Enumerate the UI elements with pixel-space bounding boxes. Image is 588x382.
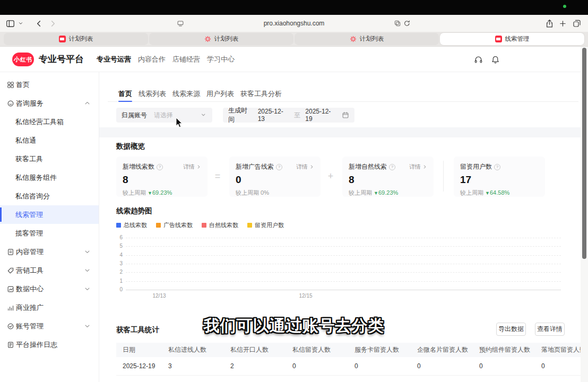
account-select-label: 归属账号 bbox=[122, 111, 147, 120]
sidebar-item[interactable]: 私信经营工具箱 bbox=[0, 112, 99, 131]
copy-page-icon[interactable] bbox=[394, 18, 401, 29]
sidebar-item-label: 首页 bbox=[16, 80, 30, 90]
overview-card: 新增广告线索详情0较上周期 0% bbox=[229, 157, 321, 197]
x-axis-tick: 12/13 bbox=[148, 293, 171, 299]
overview-title: 数据概览 bbox=[116, 142, 145, 151]
browser-tab[interactable]: 计划列表 bbox=[149, 33, 293, 45]
page-tab[interactable]: 首页 bbox=[118, 86, 132, 102]
detail-link[interactable]: 详情 bbox=[296, 163, 314, 171]
overview-card: 新增自然线索详情8较上周期 ▼69.23% bbox=[342, 157, 434, 197]
chart-gridline bbox=[126, 255, 561, 256]
browser-tab[interactable]: 线索管理 bbox=[440, 33, 584, 45]
sidebar-item-label: 营销工具 bbox=[16, 266, 44, 275]
tab-overview-icon[interactable] bbox=[573, 18, 581, 29]
sidebar-item-label: 私信通 bbox=[15, 136, 36, 145]
legend-item[interactable]: 广告线索数 bbox=[156, 221, 193, 229]
sidebar-item[interactable]: 数据中心 bbox=[0, 280, 99, 298]
overview-card-value: 8 bbox=[123, 174, 201, 186]
detail-link[interactable]: 详情 bbox=[183, 163, 201, 171]
new-tab-icon[interactable] bbox=[559, 18, 567, 29]
sidebar-item[interactable]: 获客工具 bbox=[0, 150, 99, 168]
legend-label: 留资用户数 bbox=[255, 221, 284, 229]
table-header-cell: 落地页留资人数 bbox=[535, 343, 581, 357]
question-circle-icon[interactable] bbox=[389, 164, 395, 170]
sidebar-item[interactable]: 线索管理 bbox=[0, 205, 99, 224]
trend-chart: 654321012/1312/15 bbox=[116, 231, 581, 301]
legend-item[interactable]: 总线索数 bbox=[116, 221, 147, 229]
sidebar-item-label: 私信经营工具箱 bbox=[15, 117, 64, 127]
compare-label: 较上周期 bbox=[123, 189, 148, 196]
filter-row: 归属账号 请选择 生成时间 2025-12-13 至 2025-12-19 bbox=[99, 108, 581, 123]
sidebar-item-label: 私信咨询分 bbox=[15, 192, 50, 201]
browser-tab[interactable]: 计划列表 bbox=[4, 33, 148, 45]
overview-card-header: 新增线索数详情 bbox=[123, 162, 201, 171]
page-tab[interactable]: 用户列表 bbox=[206, 86, 234, 102]
account-select[interactable]: 归属账号 请选择 bbox=[116, 108, 212, 123]
sidebar-item[interactable]: 咨询服务 bbox=[0, 94, 99, 112]
page-tab[interactable]: 获客工具分析 bbox=[240, 86, 282, 102]
sidebar-item[interactable]: 营销工具 bbox=[0, 261, 99, 280]
card-operator: + bbox=[325, 171, 336, 182]
overview-card: 留资用户数17较上周期 ▼64.58% bbox=[454, 157, 545, 197]
sidebar-item[interactable]: 首页 bbox=[0, 75, 99, 94]
overview-card-name: 新增自然线索 bbox=[349, 162, 387, 171]
legend-item[interactable]: 留资用户数 bbox=[247, 221, 284, 229]
table-row[interactable]: 2025-12-193200000 bbox=[116, 357, 581, 376]
page-tab[interactable]: 线索列表 bbox=[139, 86, 166, 102]
app-nav-item[interactable]: 学习中心 bbox=[205, 55, 236, 64]
legend-swatch bbox=[202, 223, 206, 228]
compare-value: 64.58% bbox=[490, 189, 509, 196]
y-axis-tick: 4 bbox=[116, 252, 123, 258]
page-tab[interactable]: 线索来源 bbox=[172, 86, 200, 102]
table-cell: 0 bbox=[411, 376, 473, 382]
chevron-down-icon bbox=[84, 249, 90, 255]
loading-spinner-icon bbox=[350, 36, 357, 42]
reload-icon[interactable] bbox=[403, 18, 411, 29]
sidebar-item-label: 揽客管理 bbox=[15, 229, 43, 238]
legend-item[interactable]: 自然线索数 bbox=[202, 221, 238, 229]
date-range-picker[interactable]: 生成时间 2025-12-13 至 2025-12-19 bbox=[223, 108, 354, 123]
bell-icon[interactable] bbox=[491, 55, 500, 64]
detail-link[interactable]: 详情 bbox=[409, 163, 427, 171]
section-divider bbox=[99, 127, 581, 137]
app-nav-item[interactable]: 内容合作 bbox=[136, 55, 167, 64]
y-axis-tick: 1 bbox=[116, 278, 123, 284]
overview-card: 新增线索数详情8较上周期 ▼69.23% bbox=[116, 157, 207, 197]
chart-gridline bbox=[126, 272, 561, 273]
sidebar-item[interactable]: 私信咨询分 bbox=[0, 187, 99, 205]
sidebar-item[interactable]: 私信通 bbox=[0, 131, 99, 150]
legend-label: 总线索数 bbox=[124, 221, 147, 229]
sidebar-item[interactable]: 内容管理 bbox=[0, 242, 99, 261]
question-circle-icon[interactable] bbox=[276, 164, 282, 170]
headset-icon[interactable] bbox=[474, 55, 483, 64]
browser-tab-label: 计划列表 bbox=[214, 35, 239, 43]
browser-tab[interactable]: 计划列表 bbox=[295, 33, 439, 45]
scrollbar-thumb[interactable] bbox=[582, 48, 586, 259]
table-row[interactable]: 2025-12-183200000 bbox=[116, 376, 581, 382]
sidebar-item[interactable]: 私信服务组件 bbox=[0, 168, 99, 187]
chart-gridline bbox=[126, 264, 561, 264]
calendar-icon bbox=[342, 111, 349, 119]
date-start-value: 2025-12-13 bbox=[258, 108, 290, 123]
address-bar[interactable]: pro.xiaohongshu.com bbox=[0, 15, 588, 32]
share-icon[interactable] bbox=[545, 18, 554, 29]
table-cell: 0 bbox=[411, 357, 473, 375]
account-select-placeholder: 请选择 bbox=[154, 111, 173, 120]
overview-card-compare: 较上周期 ▼69.23% bbox=[349, 189, 427, 197]
sidebar-item[interactable]: 平台操作日志 bbox=[0, 335, 99, 354]
app-nav-item[interactable]: 店铺经营 bbox=[171, 55, 202, 64]
chart-gridline bbox=[126, 246, 561, 247]
xiaohongshu-logo[interactable]: 小红书 bbox=[12, 53, 34, 66]
question-circle-icon[interactable] bbox=[494, 164, 500, 170]
sidebar-item[interactable]: 商业推广 bbox=[0, 298, 99, 317]
sidebar-item[interactable]: 揽客管理 bbox=[0, 224, 99, 242]
app-nav-item[interactable]: 专业号运营 bbox=[95, 55, 133, 64]
y-axis-tick: 6 bbox=[116, 235, 123, 240]
chat-icon bbox=[7, 99, 15, 108]
browser-toolbar: pro.xiaohongshu.com bbox=[0, 15, 588, 32]
sidebar-item-label: 咨询服务 bbox=[16, 99, 44, 108]
question-circle-icon[interactable] bbox=[157, 164, 163, 170]
table-cell: 0 bbox=[286, 357, 348, 375]
overview-card-value: 0 bbox=[236, 174, 314, 186]
detail-link-label: 详情 bbox=[296, 163, 308, 171]
